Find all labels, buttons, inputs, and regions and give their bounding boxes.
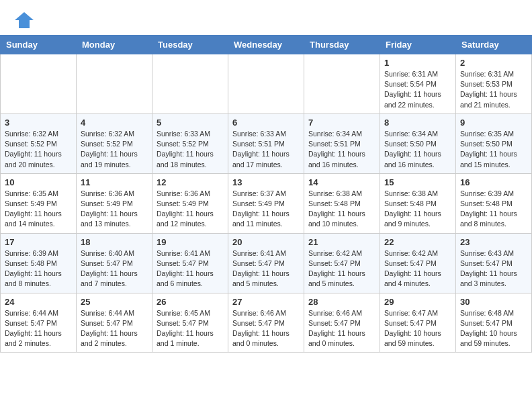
calendar-week-2: 3Sunrise: 6:32 AM Sunset: 5:52 PM Daylig… [1,113,532,173]
calendar-cell: 5Sunrise: 6:33 AM Sunset: 5:52 PM Daylig… [152,113,228,173]
calendar-col-sunday: Sunday [1,36,77,54]
calendar-cell: 21Sunrise: 6:42 AM Sunset: 5:47 PM Dayli… [304,233,380,293]
day-info: Sunrise: 6:48 AM Sunset: 5:47 PM Dayligh… [460,308,527,349]
day-info: Sunrise: 6:31 AM Sunset: 5:54 PM Dayligh… [384,69,451,110]
calendar-cell: 16Sunrise: 6:39 AM Sunset: 5:48 PM Dayli… [456,173,532,233]
day-number: 24 [5,297,72,307]
day-info: Sunrise: 6:35 AM Sunset: 5:49 PM Dayligh… [5,189,72,230]
day-number: 12 [157,177,224,187]
day-info: Sunrise: 6:36 AM Sunset: 5:49 PM Dayligh… [157,189,224,230]
day-number: 19 [157,237,224,247]
day-info: Sunrise: 6:46 AM Sunset: 5:47 PM Dayligh… [232,308,300,349]
calendar-cell: 30Sunrise: 6:48 AM Sunset: 5:47 PM Dayli… [456,293,532,353]
day-info: Sunrise: 6:38 AM Sunset: 5:48 PM Dayligh… [308,189,375,230]
day-info: Sunrise: 6:38 AM Sunset: 5:48 PM Dayligh… [384,189,451,230]
calendar-cell: 6Sunrise: 6:33 AM Sunset: 5:51 PM Daylig… [228,113,304,173]
calendar-cell: 2Sunrise: 6:31 AM Sunset: 5:53 PM Daylig… [456,54,532,114]
calendar-col-friday: Friday [380,36,456,54]
day-number: 11 [81,177,148,187]
calendar-cell: 10Sunrise: 6:35 AM Sunset: 5:49 PM Dayli… [1,173,77,233]
calendar-col-monday: Monday [77,36,152,54]
day-number: 4 [81,118,148,128]
calendar-cell: 22Sunrise: 6:42 AM Sunset: 5:47 PM Dayli… [380,233,456,293]
day-info: Sunrise: 6:47 AM Sunset: 5:47 PM Dayligh… [384,308,451,349]
day-info: Sunrise: 6:41 AM Sunset: 5:47 PM Dayligh… [232,248,300,289]
calendar-cell: 20Sunrise: 6:41 AM Sunset: 5:47 PM Dayli… [228,233,304,293]
calendar-cell: 8Sunrise: 6:34 AM Sunset: 5:50 PM Daylig… [380,113,456,173]
day-info: Sunrise: 6:32 AM Sunset: 5:52 PM Dayligh… [81,129,148,170]
calendar-table: SundayMondayTuesdayWednesdayThursdayFrid… [0,35,532,353]
calendar-cell: 4Sunrise: 6:32 AM Sunset: 5:52 PM Daylig… [77,113,152,173]
calendar-cell: 28Sunrise: 6:46 AM Sunset: 5:47 PM Dayli… [304,293,380,353]
day-info: Sunrise: 6:42 AM Sunset: 5:47 PM Dayligh… [308,248,375,289]
calendar-col-wednesday: Wednesday [228,36,304,54]
calendar-cell: 14Sunrise: 6:38 AM Sunset: 5:48 PM Dayli… [304,173,380,233]
calendar-cell: 25Sunrise: 6:44 AM Sunset: 5:47 PM Dayli… [77,293,152,353]
day-number: 27 [232,297,300,307]
calendar-cell: 11Sunrise: 6:36 AM Sunset: 5:49 PM Dayli… [77,173,152,233]
day-number: 15 [384,177,451,187]
page-header [0,0,532,35]
day-number: 30 [460,297,527,307]
day-number: 2 [460,58,527,68]
day-number: 9 [460,118,527,128]
day-info: Sunrise: 6:33 AM Sunset: 5:51 PM Dayligh… [232,129,300,170]
day-number: 29 [384,297,451,307]
day-info: Sunrise: 6:39 AM Sunset: 5:48 PM Dayligh… [460,189,527,230]
day-info: Sunrise: 6:35 AM Sunset: 5:50 PM Dayligh… [460,129,527,170]
calendar-cell: 1Sunrise: 6:31 AM Sunset: 5:54 PM Daylig… [380,54,456,114]
calendar-cell [304,54,380,114]
calendar-cell [77,54,152,114]
day-number: 18 [81,237,148,247]
day-info: Sunrise: 6:31 AM Sunset: 5:53 PM Dayligh… [460,69,527,110]
day-number: 17 [5,237,72,247]
day-number: 10 [5,177,72,187]
day-info: Sunrise: 6:37 AM Sunset: 5:49 PM Dayligh… [232,189,300,230]
day-number: 5 [157,118,224,128]
day-info: Sunrise: 6:44 AM Sunset: 5:47 PM Dayligh… [81,308,148,349]
day-info: Sunrise: 6:33 AM Sunset: 5:52 PM Dayligh… [157,129,224,170]
day-number: 28 [308,297,375,307]
calendar-cell: 24Sunrise: 6:44 AM Sunset: 5:47 PM Dayli… [1,293,77,353]
calendar-cell: 29Sunrise: 6:47 AM Sunset: 5:47 PM Dayli… [380,293,456,353]
day-number: 22 [384,237,451,247]
calendar-cell: 23Sunrise: 6:43 AM Sunset: 5:47 PM Dayli… [456,233,532,293]
calendar-cell: 15Sunrise: 6:38 AM Sunset: 5:48 PM Dayli… [380,173,456,233]
calendar-week-1: 1Sunrise: 6:31 AM Sunset: 5:54 PM Daylig… [1,54,532,114]
calendar-cell: 13Sunrise: 6:37 AM Sunset: 5:49 PM Dayli… [228,173,304,233]
calendar-cell: 18Sunrise: 6:40 AM Sunset: 5:47 PM Dayli… [77,233,152,293]
calendar-cell: 12Sunrise: 6:36 AM Sunset: 5:49 PM Dayli… [152,173,228,233]
day-number: 14 [308,177,375,187]
day-number: 3 [5,118,72,128]
calendar-header-row: SundayMondayTuesdayWednesdayThursdayFrid… [1,36,532,54]
day-number: 13 [232,177,300,187]
logo [13,11,36,30]
calendar-week-4: 17Sunrise: 6:39 AM Sunset: 5:48 PM Dayli… [1,233,532,293]
day-info: Sunrise: 6:34 AM Sunset: 5:51 PM Dayligh… [308,129,375,170]
calendar-cell: 9Sunrise: 6:35 AM Sunset: 5:50 PM Daylig… [456,113,532,173]
day-info: Sunrise: 6:43 AM Sunset: 5:47 PM Dayligh… [460,248,527,289]
day-number: 1 [384,58,451,68]
day-info: Sunrise: 6:44 AM Sunset: 5:47 PM Dayligh… [5,308,72,349]
day-info: Sunrise: 6:42 AM Sunset: 5:47 PM Dayligh… [384,248,451,289]
day-info: Sunrise: 6:40 AM Sunset: 5:47 PM Dayligh… [81,248,148,289]
day-number: 23 [460,237,527,247]
day-info: Sunrise: 6:41 AM Sunset: 5:47 PM Dayligh… [157,248,224,289]
calendar-col-saturday: Saturday [456,36,532,54]
calendar-week-3: 10Sunrise: 6:35 AM Sunset: 5:49 PM Dayli… [1,173,532,233]
day-info: Sunrise: 6:46 AM Sunset: 5:47 PM Dayligh… [308,308,375,349]
day-info: Sunrise: 6:39 AM Sunset: 5:48 PM Dayligh… [5,248,72,289]
calendar-week-5: 24Sunrise: 6:44 AM Sunset: 5:47 PM Dayli… [1,293,532,353]
calendar-cell: 27Sunrise: 6:46 AM Sunset: 5:47 PM Dayli… [228,293,304,353]
calendar-cell: 19Sunrise: 6:41 AM Sunset: 5:47 PM Dayli… [152,233,228,293]
day-number: 25 [81,297,148,307]
day-number: 16 [460,177,527,187]
day-number: 21 [308,237,375,247]
day-number: 8 [384,118,451,128]
calendar-cell: 17Sunrise: 6:39 AM Sunset: 5:48 PM Dayli… [1,233,77,293]
calendar-cell [152,54,228,114]
calendar-cell [1,54,77,114]
calendar-col-thursday: Thursday [304,36,380,54]
svg-marker-0 [15,12,34,28]
calendar-cell: 3Sunrise: 6:32 AM Sunset: 5:52 PM Daylig… [1,113,77,173]
